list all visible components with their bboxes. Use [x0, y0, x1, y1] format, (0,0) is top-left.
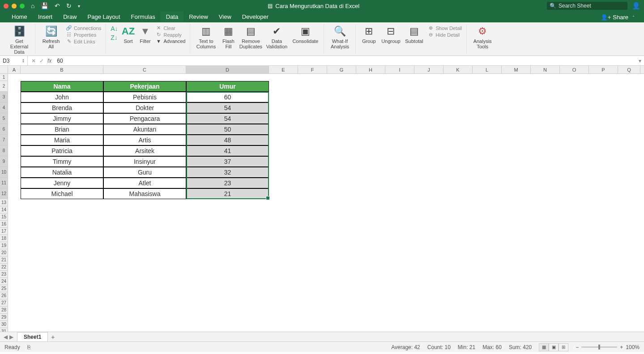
row-header-3[interactable]: 3	[0, 92, 8, 102]
table-cell[interactable]: Timmy	[21, 156, 103, 167]
sheet-nav-next-icon[interactable]: ▶	[9, 334, 13, 340]
column-header-H[interactable]: H	[356, 66, 385, 73]
ungroup-button[interactable]: ⊟Ungroup	[379, 24, 402, 45]
ribbon-tab-draw[interactable]: Draw	[58, 12, 82, 22]
zoom-slider[interactable]	[581, 346, 617, 348]
row-header-21[interactable]: 21	[0, 256, 8, 264]
what-if-button[interactable]: 🔍What-If Analysis	[327, 24, 353, 50]
row-header-29[interactable]: 29	[0, 314, 8, 321]
table-cell[interactable]: Atlet	[103, 178, 186, 188]
row-header-13[interactable]: 13	[0, 199, 8, 206]
row-header-10[interactable]: 10	[0, 167, 8, 178]
ribbon-tab-developer[interactable]: Developer	[237, 12, 274, 22]
formula-bar-expand-icon[interactable]: ▾	[639, 58, 641, 64]
row-header-7[interactable]: 7	[0, 135, 8, 145]
row-header-28[interactable]: 28	[0, 307, 8, 314]
row-header-25[interactable]: 25	[0, 285, 8, 292]
select-all-corner[interactable]	[0, 66, 8, 73]
column-header-B[interactable]: B	[21, 66, 103, 73]
column-header-G[interactable]: G	[327, 66, 356, 73]
ribbon-tab-formulas[interactable]: Formulas	[126, 12, 161, 22]
row-header-17[interactable]: 17	[0, 228, 8, 235]
table-cell[interactable]: Dokter	[103, 102, 186, 113]
table-cell[interactable]: 50	[186, 124, 269, 135]
zoom-in-button[interactable]: +	[620, 344, 623, 350]
row-header-24[interactable]: 24	[0, 278, 8, 285]
row-header-4[interactable]: 4	[0, 102, 8, 113]
column-header-F[interactable]: F	[298, 66, 327, 73]
view-page-break-button[interactable]: ⊞	[559, 343, 568, 351]
column-header-O[interactable]: O	[560, 66, 589, 73]
table-cell[interactable]: 48	[186, 135, 269, 145]
table-cell[interactable]: Jimmy	[21, 113, 103, 124]
view-normal-button[interactable]: ▦	[539, 343, 549, 351]
table-cell[interactable]: Insinyur	[103, 156, 186, 167]
table-cell[interactable]: Natalia	[21, 167, 103, 178]
row-header-11[interactable]: 11	[0, 178, 8, 188]
sheet-nav-prev-icon[interactable]: ◀	[4, 334, 8, 340]
row-header-2[interactable]: 2	[0, 81, 8, 92]
row-header-18[interactable]: 18	[0, 235, 8, 242]
row-header-15[interactable]: 15	[0, 213, 8, 221]
table-cell[interactable]: 41	[186, 145, 269, 156]
row-header-22[interactable]: 22	[0, 264, 8, 271]
subtotal-button[interactable]: ▤Subtotal	[402, 24, 426, 45]
table-cell[interactable]: Arsitek	[103, 145, 186, 156]
column-header-L[interactable]: L	[473, 66, 502, 73]
table-cell[interactable]: Akuntan	[103, 124, 186, 135]
column-header-I[interactable]: I	[385, 66, 414, 73]
ribbon-tab-home[interactable]: Home	[6, 12, 33, 22]
table-cell[interactable]: Michael	[21, 188, 103, 199]
name-box-stepper[interactable]: ▲▼	[22, 59, 25, 63]
view-page-layout-button[interactable]: ▣	[549, 343, 559, 351]
zoom-out-button[interactable]: −	[576, 344, 579, 350]
ribbon-tab-view[interactable]: View	[213, 12, 237, 22]
spreadsheet-grid[interactable]: ABCDEFGHIJKLMNOPQ 1234567891011121314151…	[0, 66, 644, 332]
row-header-19[interactable]: 19	[0, 242, 8, 249]
ribbon-tab-page-layout[interactable]: Page Layout	[82, 12, 126, 22]
row-header-9[interactable]: 9	[0, 156, 8, 167]
formula-value[interactable]: 60	[55, 58, 63, 64]
ribbon-tab-review[interactable]: Review	[183, 12, 213, 22]
add-sheet-button[interactable]: +	[48, 333, 58, 341]
active-cell[interactable]: 60	[187, 93, 268, 102]
save-icon[interactable]: 💾	[41, 2, 48, 9]
table-cell[interactable]: Maria	[21, 135, 103, 145]
row-header-27[interactable]: 27	[0, 299, 8, 307]
row-header-8[interactable]: 8	[0, 145, 8, 156]
table-cell[interactable]: Mahasiswa	[103, 188, 186, 199]
minimize-window-button[interactable]	[12, 4, 17, 9]
row-header-1[interactable]: 1	[0, 74, 8, 81]
column-header-C[interactable]: C	[103, 66, 186, 73]
sort-asc-icon[interactable]: A↓	[111, 25, 118, 32]
group-button[interactable]: ⊞Group	[358, 24, 379, 45]
text-to-columns-button[interactable]: ▥Text to Columns	[193, 24, 219, 50]
column-header-N[interactable]: N	[531, 66, 560, 73]
ribbon-tab-data[interactable]: Data	[161, 12, 183, 22]
table-cell[interactable]: 54	[186, 102, 269, 113]
collapse-ribbon-icon[interactable]: ˆ	[633, 15, 634, 20]
sort-button[interactable]: AZ Sort	[120, 24, 137, 45]
row-header-14[interactable]: 14	[0, 206, 8, 213]
account-icon[interactable]: 👤	[632, 2, 640, 10]
table-cell[interactable]: Pengacara	[103, 113, 186, 124]
column-header-P[interactable]: P	[589, 66, 618, 73]
qat-dropdown-icon[interactable]: ▾	[78, 4, 80, 9]
redo-icon[interactable]: ↻	[66, 2, 72, 9]
row-header-5[interactable]: 5	[0, 113, 8, 124]
search-sheet-box[interactable]: 🔍	[547, 2, 627, 10]
column-header-A[interactable]: A	[8, 66, 21, 73]
column-header-Q[interactable]: Q	[618, 66, 640, 73]
refresh-all-button[interactable]: 🔄 Refresh All	[38, 24, 64, 50]
column-header-M[interactable]: M	[502, 66, 531, 73]
table-cell[interactable]: Brenda	[21, 102, 103, 113]
row-header-20[interactable]: 20	[0, 249, 8, 256]
consolidate-button[interactable]: ▣Consolidate	[290, 24, 321, 45]
table-cell[interactable]: Guru	[103, 167, 186, 178]
table-header-cell[interactable]: Nama	[21, 81, 103, 92]
connections-button[interactable]: 🔗Connections	[66, 25, 101, 31]
table-cell[interactable]: 21	[186, 188, 269, 199]
row-header-16[interactable]: 16	[0, 221, 8, 228]
zoom-level[interactable]: 100%	[626, 344, 640, 350]
table-header-cell[interactable]: Pekerjaan	[103, 81, 186, 92]
